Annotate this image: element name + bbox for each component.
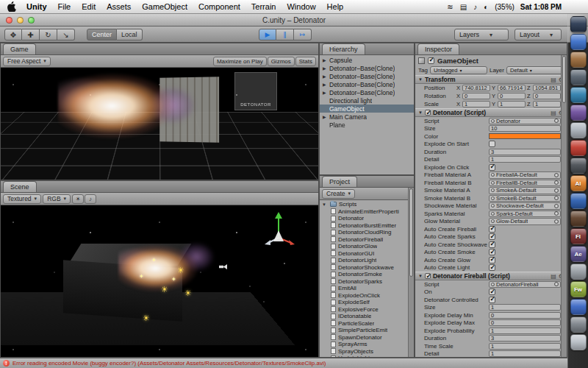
apple-menu-icon[interactable] [7, 1, 18, 12]
hierarchy-item[interactable]: Directional light [320, 96, 414, 105]
property-checkbox[interactable] [489, 249, 495, 255]
project-item[interactable]: DetonatorShockwave [320, 264, 414, 272]
dock-app-icon[interactable]: Ae [570, 246, 587, 262]
project-item[interactable]: DetonatorSmoke [320, 271, 414, 278]
dock-app-icon[interactable]: Ai [570, 175, 587, 191]
project-item[interactable]: SprayObjects [320, 348, 414, 355]
x-value-field[interactable]: 0 [462, 93, 490, 99]
scrollbar-thumb[interactable] [409, 188, 413, 277]
tag-dropdown[interactable]: Untagged [430, 66, 487, 74]
close-window-button[interactable] [6, 17, 12, 24]
game-viewport[interactable]: DETONATOR [1, 68, 318, 180]
object-reference-field[interactable]: Shockwave-Default [489, 202, 561, 210]
object-picker-icon[interactable] [554, 282, 559, 286]
light-gizmo-icon[interactable]: ☀ [184, 289, 192, 298]
project-folder[interactable]: ▼ Scripts [320, 201, 414, 208]
object-picker-icon[interactable] [554, 219, 559, 224]
transform-tool-button[interactable]: ↘ [57, 29, 75, 40]
pause-button[interactable]: ∥ [276, 29, 294, 40]
object-reference-field[interactable]: SmokeB-Default [489, 195, 561, 202]
project-item[interactable]: EmitAll [320, 285, 414, 292]
disclosure-triangle-icon[interactable]: ▶ [323, 74, 329, 79]
tab-hierarchy[interactable]: Hierarchy [322, 43, 365, 54]
project-item[interactable]: Detonator [320, 215, 414, 222]
tab-game[interactable]: Game [3, 43, 36, 54]
dock-app-icon[interactable] [570, 140, 587, 156]
property-value-field[interactable]: 1 [489, 343, 561, 350]
gizmos-button[interactable]: Gizmos [268, 57, 295, 66]
z-value-field[interactable]: 1 [533, 101, 561, 107]
object-reference-field[interactable]: DetonatorFireball [489, 281, 561, 289]
scene-toggle-button[interactable]: ☀ [72, 194, 84, 204]
minimize-window-button[interactable] [17, 17, 24, 24]
project-item[interactable]: DetonatorLight [320, 257, 414, 264]
property-value-field[interactable]: 3 [489, 149, 561, 155]
project-item[interactable]: SpawnDetonator [320, 334, 414, 342]
tab-project[interactable]: Project [322, 176, 357, 187]
fireball-section-header[interactable]: ▼ Detonator Fireball (Script) ▤ ⚙ [415, 272, 567, 280]
light-gizmo-icon[interactable]: ☀ [143, 314, 150, 323]
project-item[interactable]: ExplodeSelf [320, 299, 414, 306]
menu-item[interactable]: Window [287, 2, 315, 11]
menu-item[interactable]: File [58, 2, 71, 11]
menu-item[interactable]: Component [198, 2, 240, 11]
foldout-icon[interactable]: ▼ [418, 77, 423, 82]
status-bar[interactable]: ! Error reading encoded Movie (buggy enc… [0, 358, 567, 368]
center-pivot-button[interactable]: Center [87, 29, 117, 40]
dock-app-icon[interactable] [570, 299, 587, 315]
project-item[interactable]: DetonatorGUI [320, 250, 414, 258]
object-picker-icon[interactable] [554, 180, 559, 185]
scrollbar-thumb[interactable] [562, 56, 566, 103]
property-value-field[interactable]: 1 [489, 304, 561, 311]
property-checkbox[interactable] [489, 164, 495, 171]
project-item[interactable]: ParticleScaler [320, 320, 414, 328]
y-value-field[interactable]: 1 [498, 101, 526, 107]
disclosure-triangle-icon[interactable]: ▶ [323, 57, 329, 63]
maximize-on-play-button[interactable]: Maximize on Play [213, 57, 267, 66]
property-checkbox[interactable] [489, 289, 495, 295]
menu-item[interactable]: Terrain [251, 2, 276, 11]
project-item[interactable]: DetonatorCloudRing [320, 229, 414, 236]
menubar-status-icon[interactable]: ≋ [447, 3, 453, 11]
object-reference-field[interactable]: Sparks-Default [489, 210, 561, 218]
menubar-status-icon[interactable]: ♪ [473, 3, 477, 11]
property-checkbox[interactable] [489, 297, 495, 303]
z-value-field[interactable]: 1054.851 [533, 85, 561, 91]
foldout-icon[interactable]: ▼ [418, 274, 423, 278]
dock-app-icon[interactable] [570, 105, 587, 121]
disclosure-triangle-icon[interactable]: ▶ [323, 90, 329, 95]
dock-app-icon[interactable] [570, 34, 587, 50]
property-value-field[interactable]: 3 [489, 335, 561, 342]
foldout-icon[interactable]: ▼ [418, 110, 423, 115]
property-checkbox[interactable] [489, 233, 495, 240]
disclosure-triangle-icon[interactable]: ▼ [322, 202, 328, 207]
object-picker-icon[interactable] [554, 204, 559, 208]
hierarchy-item[interactable]: ▶ Detonator–Base(Clone) [320, 80, 414, 88]
project-item[interactable]: DetonatorGlow [320, 243, 414, 250]
menubar-clock[interactable]: Sat 1:08 PM [520, 3, 562, 11]
z-value-field[interactable]: 0 [533, 93, 561, 99]
object-picker-icon[interactable] [554, 118, 559, 123]
inspector-scrollbar[interactable] [561, 55, 567, 357]
object-reference-field[interactable]: Glow-Default [489, 218, 561, 225]
object-reference-field[interactable]: FireballA-Default [489, 171, 561, 179]
help-book-icon[interactable]: ▤ [551, 77, 556, 83]
dock-app-icon[interactable] [570, 52, 587, 68]
layout-dropdown[interactable]: Layout [514, 29, 562, 40]
project-item[interactable]: SimpleParticleEmit [320, 327, 414, 334]
object-picker-icon[interactable] [554, 196, 559, 200]
object-reference-field[interactable]: SmokeA-Default [489, 187, 561, 194]
color-swatch[interactable] [489, 133, 561, 139]
menubar-status-icon[interactable]: ◐ [484, 3, 488, 11]
object-picker-icon[interactable] [554, 211, 559, 216]
hierarchy-item[interactable]: ▶ Detonator–Base(Clone) [320, 72, 414, 80]
play-button[interactable]: ▶ [259, 29, 276, 40]
transform-section-header[interactable]: ▼ Transform ▤ ⚙ [415, 75, 567, 84]
x-value-field[interactable]: 1 [462, 101, 490, 107]
scene-viewport[interactable]: ✦ ✦ ✦ ☀ ☀ ☀ ☀ [1, 205, 318, 357]
window-title-bar[interactable]: C.unity – Detonator [0, 14, 588, 26]
menu-item[interactable]: Unity [26, 2, 47, 11]
shading-mode-dropdown[interactable]: Textured [3, 194, 41, 204]
component-enabled-checkbox[interactable] [425, 110, 431, 116]
property-checkbox[interactable] [489, 241, 495, 248]
